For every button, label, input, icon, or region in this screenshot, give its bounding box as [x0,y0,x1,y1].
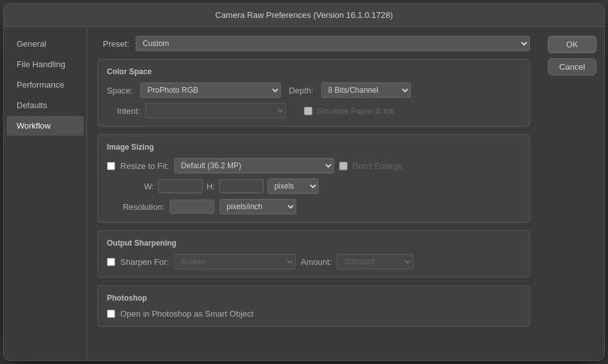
dont-enlarge-checkbox[interactable] [339,162,348,170]
space-select[interactable]: ProPhoto RGB [140,83,281,98]
h-input[interactable]: 7360 [219,179,264,193]
intent-select[interactable] [145,103,286,118]
resize-row: Resize to Fit: Default (36.2 MP) Don't E… [107,158,520,173]
w-input[interactable]: 4912 [158,179,203,193]
smart-object-row: Open in Photoshop as Smart Object [107,309,520,319]
resize-checkbox[interactable] [107,162,115,170]
simulate-label: Simulate Paper & Ink [316,106,394,116]
resolution-label: Resolution: [107,202,164,212]
space-row: Space: ProPhoto RGB Depth: 8 Bits/Channe… [107,83,520,98]
smart-object-label: Open in Photoshop as Smart Object [120,309,253,319]
output-sharpening-title: Output Sharpening [107,239,520,248]
sidebar-item-performance[interactable]: Performance [6,75,84,95]
dialog-window: Camera Raw Preferences (Version 16.1.0.1… [3,3,605,361]
simulate-checkbox[interactable] [304,107,312,115]
sidebar-item-workflow[interactable]: Workflow [6,116,84,136]
resize-select[interactable]: Default (36.2 MP) [174,158,334,173]
title-bar: Camera Raw Preferences (Version 16.1.0.1… [4,4,604,27]
smart-object-checkbox[interactable] [107,310,115,318]
preset-label: Preset: [97,39,129,49]
sidebar-item-defaults[interactable]: Defaults [6,95,84,115]
image-sizing-section: Image Sizing Resize to Fit: Default (36.… [97,134,530,223]
sidebar-item-general[interactable]: General [6,34,84,54]
color-space-section: Color Space Space: ProPhoto RGB Depth: 8… [97,59,530,127]
photoshop-title: Photoshop [107,294,520,303]
resize-label: Resize to Fit: [120,161,169,171]
sharpen-label: Sharpen For: [120,257,169,267]
intent-label: Intent: [107,106,140,116]
sidebar-item-file-handling[interactable]: File Handling [6,54,84,74]
preset-row: Preset: Custom [97,36,530,51]
main-content: Preset: Custom Color Space Space: ProPho… [87,27,540,360]
h-label: H: [207,182,215,191]
amount-label: Amount: [301,257,332,267]
unit-select[interactable]: pixels [268,178,319,194]
action-buttons: OK Cancel [540,27,604,360]
output-sharpening-section: Output Sharpening Sharpen For: Screen Am… [97,230,530,278]
ok-button[interactable]: OK [548,36,596,53]
depth-select[interactable]: 8 Bits/Channel [321,83,411,98]
dialog-body: General File Handling Performance Defaul… [4,27,604,360]
depth-label: Depth: [289,86,313,95]
bottom-spacer [97,335,530,351]
preset-select[interactable]: Custom [136,36,530,51]
sharpen-row: Sharpen For: Screen Amount: Standard [107,254,520,269]
window-title: Camera Raw Preferences (Version 16.1.0.1… [215,10,392,20]
sidebar: General File Handling Performance Defaul… [4,27,87,360]
w-label: W: [144,182,154,191]
sharpen-checkbox[interactable] [107,258,115,266]
resolution-row: Resolution: 300 pixels/inch [107,199,520,214]
wh-row: W: 4912 H: 7360 pixels [107,178,520,194]
amount-select[interactable]: Standard [337,254,413,269]
image-sizing-title: Image Sizing [107,143,520,152]
photoshop-section: Photoshop Open in Photoshop as Smart Obj… [97,285,530,327]
color-space-title: Color Space [107,67,520,76]
simulate-group: Simulate Paper & Ink [304,106,394,116]
dont-enlarge-label: Don't Enlarge [353,161,403,171]
resolution-input[interactable]: 300 [170,200,214,214]
resolution-unit-select[interactable]: pixels/inch [220,199,296,214]
sharpen-select[interactable]: Screen [174,254,296,269]
intent-row: Intent: Simulate Paper & Ink [107,103,520,118]
cancel-button[interactable]: Cancel [548,58,596,75]
space-label: Space: [107,86,132,95]
